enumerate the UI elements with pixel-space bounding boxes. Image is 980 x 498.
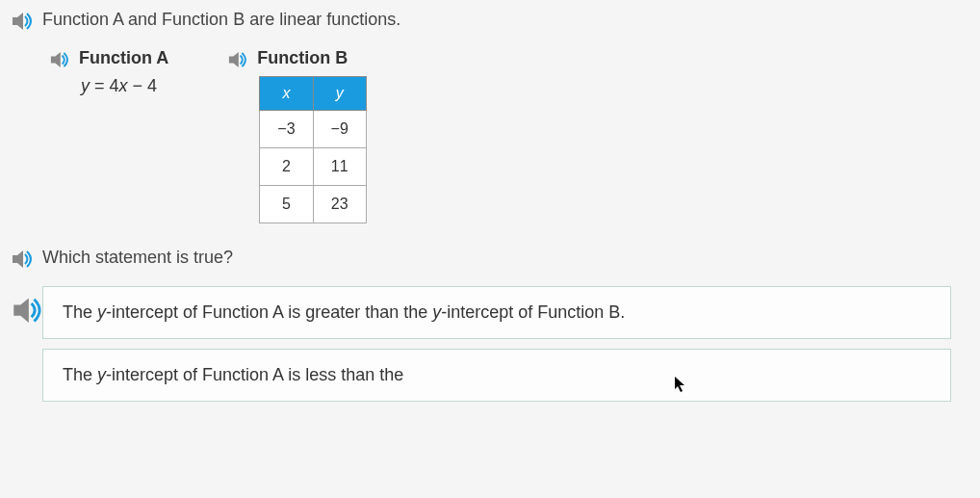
function-b-block: Function B x y −3 −9 2 11 5 — [226, 48, 367, 223]
intro-text: Function A and Function B are linear fun… — [42, 10, 400, 30]
function-b-table: x y −3 −9 2 11 5 23 — [259, 76, 367, 223]
function-b-title: Function B — [257, 48, 348, 68]
table-row: −3 −9 — [260, 111, 367, 148]
table-header-x: x — [260, 77, 313, 111]
choice-b[interactable]: The y-intercept of Function A is less th… — [42, 349, 951, 402]
table-row: 2 11 — [260, 148, 367, 186]
table-row: 5 23 — [260, 186, 367, 223]
question-text: Which statement is true? — [42, 248, 233, 268]
speaker-icon[interactable] — [10, 12, 33, 31]
speaker-icon[interactable] — [10, 311, 42, 328]
table-header-y: y — [313, 77, 366, 111]
function-a-title: Function A — [79, 48, 168, 68]
choice-a[interactable]: The y-intercept of Function A is greater… — [42, 286, 951, 339]
function-a-equation: y = 4x − 4 — [81, 76, 168, 96]
speaker-icon[interactable] — [10, 249, 33, 269]
speaker-icon[interactable] — [226, 51, 247, 68]
function-a-block: Function A y = 4x − 4 — [48, 48, 168, 96]
speaker-icon[interactable] — [48, 51, 69, 68]
